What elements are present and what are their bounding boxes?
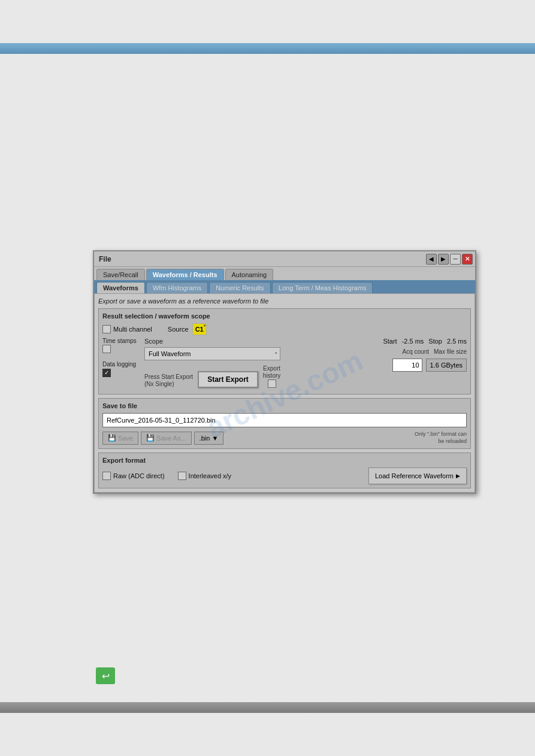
interleaved-label: Interleaved x/y xyxy=(189,472,232,479)
export-format-section: Export format Raw (ADC direct) Interleav… xyxy=(98,453,471,488)
save-button[interactable]: 💾 Save xyxy=(102,432,138,445)
acq-count-input[interactable] xyxy=(392,359,422,372)
interleaved-checkbox[interactable] xyxy=(178,472,186,480)
stop-value: 2.5 ms xyxy=(447,338,467,345)
dialog-window: File ◀ ▶ ─ ✕ Save/Recall Waveforms / Res… xyxy=(93,250,476,494)
source-label: Source xyxy=(168,326,189,333)
export-history-checkbox[interactable] xyxy=(268,379,276,388)
minimize-button[interactable]: ─ xyxy=(450,254,461,265)
forward-button[interactable]: ▶ xyxy=(438,254,449,265)
result-section: Result selection / waveform scope Multi … xyxy=(98,308,471,394)
subtitle-text: Export or save a waveform as a reference… xyxy=(98,297,471,305)
start-export-button[interactable]: Start Export xyxy=(198,371,258,388)
green-back-icon[interactable] xyxy=(96,667,115,684)
save-icon: 💾 xyxy=(108,434,116,442)
nx-single-label: (Nx Single) xyxy=(144,381,193,388)
multi-channel-row: Multi channel Source C1 xyxy=(102,323,467,335)
raw-adc-label: Raw (ADC direct) xyxy=(113,472,165,479)
save-as-icon: 💾 xyxy=(146,434,155,442)
save-section-title: Save to file xyxy=(102,402,467,409)
stop-label: Stop xyxy=(428,338,442,345)
back-button[interactable]: ◀ xyxy=(426,254,437,265)
raw-adc-checkbox[interactable] xyxy=(102,472,111,480)
data-logging-checkbox[interactable]: ✓ xyxy=(102,369,111,377)
scope-label-text: Scope xyxy=(144,338,280,345)
format-dropdown-icon: ▼ xyxy=(211,435,218,442)
save-row: 💾 Save 💾 Save As... .bin ▼ Only ".bin" f… xyxy=(102,431,467,445)
close-button[interactable]: ✕ xyxy=(462,254,473,265)
max-file-size-button[interactable]: 1.6 GBytes xyxy=(426,359,467,372)
start-label: Start xyxy=(383,338,397,345)
start-stop-info: Start -2.5 ms Stop 2.5 ms xyxy=(383,338,467,345)
acq-count-label: Acq count xyxy=(403,348,429,355)
time-stamps-label: Time stamps xyxy=(102,338,138,345)
tab-autonaming[interactable]: Autonaming xyxy=(225,269,274,280)
title-bar: File ◀ ▶ ─ ✕ xyxy=(94,251,475,267)
format-button[interactable]: .bin ▼ xyxy=(194,432,224,445)
tab-wfm-histograms[interactable]: Wfm Histograms xyxy=(146,282,208,293)
tab-waveforms[interactable]: Waveforms xyxy=(96,282,145,293)
tab-waveforms-results[interactable]: Waveforms / Results xyxy=(146,269,224,280)
scope-col: Scope Full Waveform xyxy=(144,338,280,360)
export-format-title: Export format xyxy=(102,457,467,464)
result-section-title: Result selection / waveform scope xyxy=(102,312,467,320)
source-badge[interactable]: C1 xyxy=(192,323,207,335)
only-bin-note: Only ".bin" format canbe reloaded xyxy=(415,431,467,445)
tab-numeric-results[interactable]: Numeric Results xyxy=(209,282,271,293)
load-reference-waveform-button[interactable]: Load Reference Waveform xyxy=(368,467,467,484)
tab-row-2: Waveforms Wfm Histograms Numeric Results… xyxy=(94,280,475,293)
max-file-size-label: Max file size xyxy=(434,348,467,355)
save-as-button[interactable]: 💾 Save As... xyxy=(141,432,192,445)
dialog-title: File xyxy=(99,255,111,263)
data-logging-label: Data logging xyxy=(102,361,138,368)
content-area: Export or save a waveform as a reference… xyxy=(94,293,475,493)
filename-input[interactable] xyxy=(102,413,467,427)
top-bar xyxy=(0,43,535,54)
tab-row-1: Save/Recall Waveforms / Results Autonami… xyxy=(94,267,475,280)
export-history-label: Exporthistory xyxy=(263,365,280,379)
bottom-bar xyxy=(0,702,535,713)
time-stamps-checkbox[interactable] xyxy=(102,345,111,353)
save-section: Save to file 💾 Save 💾 Save As... .bin ▼ … xyxy=(98,398,471,449)
press-start-export-label: Press Start Export xyxy=(144,374,193,381)
multi-channel-label: Multi channel xyxy=(113,326,152,333)
start-value: -2.5 ms xyxy=(402,338,424,345)
scope-dropdown[interactable]: Full Waveform xyxy=(144,347,280,360)
multi-channel-checkbox[interactable] xyxy=(102,325,111,333)
tab-long-term[interactable]: Long Term / Meas Histograms xyxy=(272,282,373,293)
tab-save-recall[interactable]: Save/Recall xyxy=(96,269,145,280)
